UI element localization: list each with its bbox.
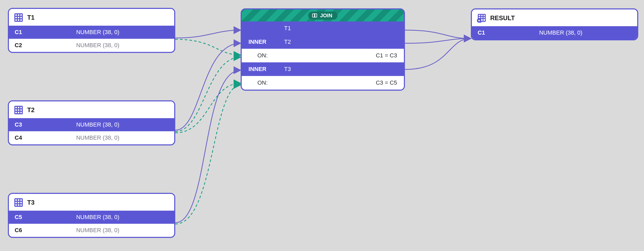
table-row[interactable]: C3 NUMBER (38, 0)	[9, 118, 174, 131]
table-header: T2	[9, 101, 174, 118]
join-row-mid: T1	[284, 25, 352, 32]
result-node[interactable]: RESULT C1 NUMBER (38, 0)	[471, 8, 638, 40]
join-row-left: INNER	[248, 66, 284, 73]
diagram-canvas: T1 C1 NUMBER (38, 0) C2 NUMBER (38, 0) T…	[0, 0, 644, 251]
column-type: NUMBER (38, 0)	[76, 227, 168, 234]
table-row[interactable]: C1 NUMBER (38, 0)	[9, 26, 174, 39]
join-header: JOIN	[242, 9, 404, 21]
join-row-right: C3 = C5	[353, 79, 397, 86]
svg-rect-10	[15, 199, 22, 206]
column-name: C5	[15, 214, 76, 221]
join-row-base[interactable]: T1	[242, 21, 404, 35]
table-name: T1	[27, 14, 35, 21]
column-type: NUMBER (38, 0)	[76, 214, 168, 221]
join-row-mid: T3	[284, 66, 352, 73]
join-row-inner[interactable]: INNER T3	[242, 62, 404, 76]
table-row[interactable]: C4 NUMBER (38, 0)	[9, 131, 174, 144]
table-icon	[14, 198, 24, 208]
column-type: NUMBER (38, 0)	[76, 121, 168, 128]
table-row[interactable]: C6 NUMBER (38, 0)	[9, 224, 174, 237]
join-row-left: INNER	[248, 39, 284, 45]
join-row-on[interactable]: ON: C1 = C3	[242, 49, 404, 62]
column-type: NUMBER (38, 0)	[76, 42, 168, 49]
table-row[interactable]: C1 NUMBER (38, 0)	[472, 26, 637, 39]
column-name: C6	[15, 227, 76, 234]
table-node-t2[interactable]: T2 C3 NUMBER (38, 0) C4 NUMBER (38, 0)	[8, 100, 175, 145]
join-label: JOIN	[320, 13, 332, 19]
table-row[interactable]: C2 NUMBER (38, 0)	[9, 39, 174, 52]
table-icon	[14, 13, 24, 23]
result-name: RESULT	[490, 14, 515, 22]
table-name: T2	[27, 106, 35, 114]
column-type: NUMBER (38, 0)	[76, 29, 168, 36]
column-name: C2	[15, 42, 76, 49]
svg-rect-0	[15, 14, 22, 21]
table-icon	[14, 105, 24, 115]
join-row-right: C1 = C3	[353, 52, 397, 59]
join-node[interactable]: JOIN T1 INNER T2 ON: C1 = C3 INNER T3 ON…	[241, 8, 405, 91]
table-header: T1	[9, 9, 174, 26]
join-row-mid: T2	[284, 39, 352, 45]
svg-rect-5	[15, 106, 22, 114]
column-name: C3	[15, 121, 76, 128]
join-row-on[interactable]: ON: C3 = C5	[242, 76, 404, 90]
join-row-left: ON:	[248, 79, 284, 86]
join-pill: JOIN	[308, 12, 338, 20]
column-type: NUMBER (38, 0)	[539, 29, 631, 36]
result-header: RESULT	[472, 9, 637, 26]
table-node-t1[interactable]: T1 C1 NUMBER (38, 0) C2 NUMBER (38, 0)	[8, 8, 175, 53]
column-name: C1	[478, 29, 539, 36]
result-icon	[477, 13, 487, 23]
column-type: NUMBER (38, 0)	[76, 134, 168, 141]
table-header: T3	[9, 194, 174, 211]
column-name: C1	[15, 29, 76, 36]
table-row[interactable]: C5 NUMBER (38, 0)	[9, 211, 174, 224]
join-icon	[312, 13, 318, 18]
join-row-left: ON:	[248, 52, 284, 59]
column-name: C4	[15, 134, 76, 141]
table-node-t3[interactable]: T3 C5 NUMBER (38, 0) C6 NUMBER (38, 0)	[8, 193, 175, 238]
table-name: T3	[27, 199, 35, 206]
join-row-inner[interactable]: INNER T2	[242, 35, 404, 49]
